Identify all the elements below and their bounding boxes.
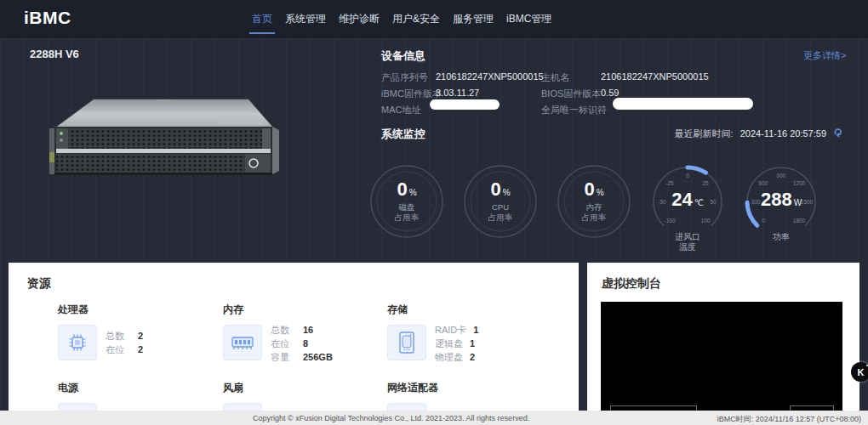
virtual-console-panel: 虚拟控制台 (587, 263, 859, 425)
virtual-console-screen[interactable] (601, 302, 842, 425)
field-value-serial: 2106182247XNP5000015 (436, 71, 544, 82)
copyright-text: Copyright © xFusion Digital Technologies… (253, 414, 529, 422)
main-nav: 首页 系统管理 维护诊断 用户&安全 服务管理 iBMC管理 (252, 0, 551, 38)
virtual-console-title: 虚拟控制台 (602, 276, 661, 292)
resource-card-storage[interactable]: 存储 RAID卡1 逻辑盘1 物理盘2 (387, 303, 557, 363)
field-label-ibmc-fw: iBMC固件版本 (381, 88, 442, 100)
cpu-usage-value: 0 (490, 178, 500, 200)
guid-redacted (613, 98, 753, 110)
ibmc-logo: iBMC (24, 8, 71, 28)
storage-icon (387, 325, 426, 360)
field-value-ibmc-fw: 3.03.11.27 (436, 88, 479, 98)
kvm-floating-button[interactable]: K (851, 362, 868, 382)
memory-icon (223, 325, 262, 360)
server-model-label: 2288H V6 (30, 48, 79, 60)
resources-panel: 资源 处理器 总数2 在位2 内存 总数16 在位8 容量256GB (9, 263, 579, 425)
disk-usage-value: 0 (397, 178, 407, 200)
cpu-icon (58, 325, 97, 360)
server-image (44, 91, 291, 184)
field-label-mac: MAC地址 (381, 104, 420, 116)
field-value-hostname: 2106182247XNP5000015 (601, 71, 709, 82)
resource-card-processor[interactable]: 处理器 总数2 在位2 (58, 303, 228, 360)
gauge-memory-usage: 0% 内存 占用率 (553, 161, 635, 254)
footer: Copyright © xFusion Digital Technologies… (0, 411, 868, 425)
refresh-time-row: 最近刷新时间: 2024-11-16 20:57:59 ⟳ (647, 127, 842, 140)
mac-address-redacted (430, 99, 500, 110)
ibmc-time: iBMC时间: 2024/11/16 12:57 (UTC+08:00) (717, 414, 861, 425)
resources-title: 资源 (27, 276, 51, 292)
field-label-guid: 全局唯一标识符 (541, 104, 607, 116)
system-monitor-title: 系统监控 (381, 127, 425, 142)
more-details-link[interactable]: 更多详情> (803, 49, 846, 62)
gauge-power: 900 1200 1500 1800 600 300 0 288W 功率 (740, 161, 822, 254)
memory-usage-value: 0 (584, 178, 594, 200)
field-label-hostname: 主机名 (541, 71, 569, 84)
field-label-bios-fw: BIOS固件版本 (541, 88, 601, 100)
gauge-cpu-usage: 0% CPU 占用率 (460, 161, 541, 254)
gauge-inlet-temperature: 0 25 50 100 -25 -50 -100 24℃ 进风口温度 (647, 161, 728, 254)
nav-system-management[interactable]: 系统管理 (285, 0, 326, 38)
nav-maintenance-diagnostics[interactable]: 维护诊断 (339, 0, 380, 38)
field-value-bios-fw: 0.59 (601, 88, 619, 98)
nav-service-management[interactable]: 服务管理 (453, 0, 494, 38)
nav-home[interactable]: 首页 (252, 0, 272, 38)
top-navbar: iBMC 首页 系统管理 维护诊断 用户&安全 服务管理 iBMC管理 UID … (0, 0, 868, 38)
gauge-disk-usage: 0% 磁盘 占用率 (366, 161, 448, 254)
refresh-time-label: 最近刷新时间: (675, 128, 734, 139)
device-info-title: 设备信息 (381, 48, 425, 64)
refresh-time-value: 2024-11-16 20:57:59 (740, 128, 826, 139)
resource-card-memory[interactable]: 内存 总数16 在位8 容量256GB (223, 303, 393, 363)
field-label-serial: 产品序列号 (381, 71, 428, 84)
nav-user-security[interactable]: 用户&安全 (392, 0, 440, 38)
inlet-temp-value: 24 (671, 189, 692, 210)
power-value: 288 (761, 189, 792, 210)
refresh-icon[interactable]: ⟳ (831, 128, 844, 138)
nav-ibmc-management[interactable]: iBMC管理 (506, 0, 551, 38)
